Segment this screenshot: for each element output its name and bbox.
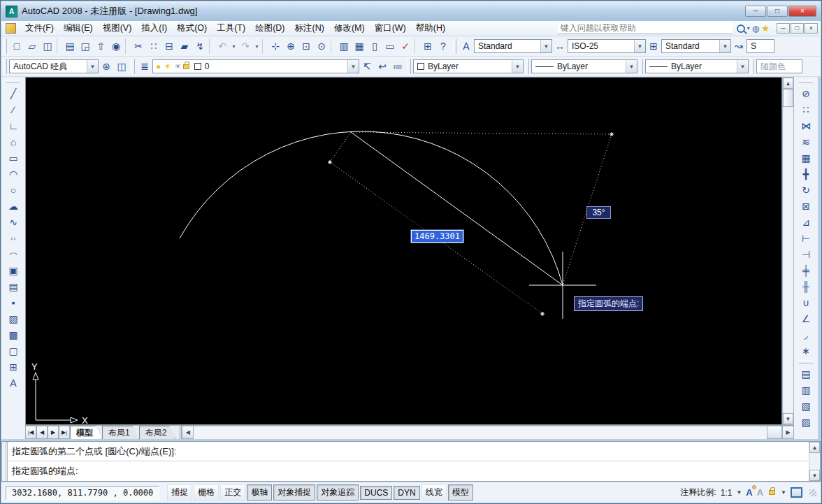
trim-button[interactable]: ⊢ (798, 230, 814, 246)
communication-center-icon[interactable]: ◍ (752, 24, 759, 34)
scale-button[interactable]: ⊠ (798, 198, 814, 214)
tool-palettes-button[interactable]: ▯ (367, 38, 382, 54)
make-object-layer-current-button[interactable]: ↸ (359, 59, 375, 74)
tab-scroll-next[interactable]: ▶ (48, 426, 59, 439)
toggle-polar[interactable]: 极轴 (247, 484, 272, 501)
toolbar-grip[interactable] (640, 59, 643, 74)
layer-properties-icon[interactable]: ≣ (137, 59, 152, 74)
chevron-down-icon[interactable]: ▼ (540, 40, 551, 52)
chevron-down-icon[interactable]: ▼ (736, 489, 742, 496)
send-under-objects-button[interactable]: ▨ (798, 414, 814, 430)
zoom-previous-button[interactable]: ⊙ (314, 38, 329, 54)
arc-button[interactable]: ◠ (5, 166, 22, 182)
markup-set-manager-button[interactable]: ✓ (398, 38, 413, 54)
toggle-grid[interactable]: 栅格 (194, 484, 219, 501)
mdi-minimize-button[interactable]: ─ (777, 23, 790, 34)
chevron-down-icon[interactable]: ▼ (719, 40, 730, 52)
text-style-icon[interactable]: A (459, 38, 474, 54)
workspace-settings-button[interactable]: ⊛ (99, 59, 114, 74)
toggle-model[interactable]: 模型 (448, 484, 473, 501)
text-style-combo[interactable]: Standard ▼ (474, 39, 552, 53)
toolbar-grip[interactable] (408, 59, 411, 74)
chevron-down-icon[interactable]: ▼ (347, 60, 359, 73)
annotation-scale-value[interactable]: 1:1 (721, 488, 733, 498)
designcenter-button[interactable]: ▦ (352, 38, 367, 54)
scroll-down-icon[interactable]: ▼ (783, 413, 793, 424)
offset-button[interactable]: ≋ (798, 134, 814, 150)
join-button[interactable]: ∪ (798, 294, 814, 310)
command-scrollbar[interactable]: ▲ ▼ (809, 442, 820, 481)
chevron-down-icon[interactable]: ▼ (781, 489, 786, 496)
array-button[interactable]: ▦ (798, 150, 814, 166)
rotate-button[interactable]: ↻ (798, 182, 814, 198)
dynamic-input-distance[interactable]: 1469.3301 (411, 230, 463, 243)
menu-edit[interactable]: 编辑(E) (59, 21, 98, 36)
save-button[interactable]: ◫ (40, 38, 55, 54)
copy-button[interactable]: ∷ (146, 38, 161, 54)
toggle-snap[interactable]: 捕捉 (167, 484, 192, 501)
chevron-down-icon[interactable]: ▼ (634, 40, 645, 52)
toolbar-grip[interactable] (526, 59, 529, 74)
mleader-style-icon[interactable]: ↝ (731, 38, 747, 54)
mleader-style-combo[interactable]: S (747, 39, 774, 53)
menu-help[interactable]: 帮助(H) (411, 21, 450, 36)
scroll-down-icon[interactable]: ▼ (809, 470, 820, 481)
chevron-down-icon[interactable]: ▼ (626, 60, 637, 73)
explode-button[interactable]: ∗ (798, 343, 814, 359)
clean-screen-button[interactable] (791, 487, 802, 498)
zoom-realtime-button[interactable]: ⊕ (283, 38, 298, 54)
copy-object-button[interactable]: ∷ (798, 101, 814, 117)
publish-button[interactable]: ⇧ (93, 38, 108, 54)
gradient-button[interactable]: ▩ (5, 326, 22, 343)
drawing-canvas[interactable]: Y X 1469.3301 35° 指定圆弧的端点: (25, 77, 782, 425)
table-button[interactable]: ⊞ (5, 359, 22, 375)
toolbar-grip[interactable] (131, 59, 135, 74)
scroll-up-icon[interactable]: ▲ (809, 442, 820, 453)
layer-on-bulb-icon[interactable]: ● (156, 62, 161, 71)
minimize-button[interactable]: ─ (745, 6, 766, 17)
construction-line-button[interactable]: ∕ (5, 101, 22, 117)
extend-button[interactable]: ⊣ (798, 246, 814, 262)
zoom-window-button[interactable]: ⊡ (298, 38, 314, 54)
toolbar-grip[interactable] (799, 80, 813, 83)
layer-states-button[interactable]: ≔ (390, 59, 405, 74)
erase-button[interactable]: ⊘ (798, 85, 814, 101)
dim-style-icon[interactable]: ↔ (552, 38, 568, 54)
menu-modify[interactable]: 修改(M) (329, 21, 370, 36)
command-scroll-track[interactable] (809, 453, 820, 470)
stretch-button[interactable]: ⊿ (798, 214, 814, 230)
ellipse-button[interactable]: ○ (5, 233, 22, 243)
scroll-left-icon[interactable]: ◀ (182, 426, 194, 439)
scroll-up-icon[interactable]: ▲ (783, 78, 793, 89)
line-button[interactable]: ╱ (5, 85, 22, 101)
mdi-restore-button[interactable]: □ (791, 23, 804, 34)
favorites-star-icon[interactable]: ★ (761, 23, 770, 34)
point-button[interactable]: ▪ (5, 294, 22, 310)
workspace-combo[interactable]: AutoCAD 经典 ▼ (9, 59, 99, 73)
fillet-button[interactable]: ◞ (798, 326, 814, 343)
quickcalc-button[interactable]: ⊞ (420, 38, 435, 54)
ellipse-arc-button[interactable]: ◠ (5, 250, 22, 259)
redo-dropdown[interactable]: ▾ (253, 38, 261, 54)
insert-block-button[interactable]: ▣ (5, 262, 22, 278)
match-properties-button[interactable]: ▰ (177, 38, 192, 54)
send-to-back-button[interactable]: ▥ (798, 382, 814, 398)
tab-layout1[interactable]: 布局1 (102, 426, 139, 439)
toggle-otrack[interactable]: 对象追踪 (317, 484, 359, 501)
toggle-ortho[interactable]: 正交 (220, 484, 245, 501)
toolbar-grip[interactable] (6, 80, 20, 83)
toolbar-grip[interactable] (751, 59, 754, 74)
open-button[interactable]: ▱ (24, 38, 40, 54)
bring-to-front-button[interactable]: ▤ (798, 366, 814, 382)
annotation-visibility-icon[interactable]: A (746, 487, 752, 498)
color-combo[interactable]: ByLayer ▼ (413, 59, 524, 73)
tab-layout2[interactable]: 布局2 (139, 426, 176, 439)
vertical-scroll-track[interactable] (783, 107, 793, 413)
chevron-down-icon[interactable]: ▼ (512, 60, 523, 73)
toolbar-grip[interactable] (799, 360, 813, 363)
linetype-combo[interactable]: ByLayer ▼ (531, 59, 637, 73)
menu-format[interactable]: 格式(O) (172, 21, 212, 36)
rectangle-button[interactable]: ▭ (5, 150, 22, 166)
redo-button[interactable]: ↷ (238, 38, 253, 54)
canvas-horizontal-scrollbar[interactable]: ◀ ▶ (180, 426, 794, 439)
